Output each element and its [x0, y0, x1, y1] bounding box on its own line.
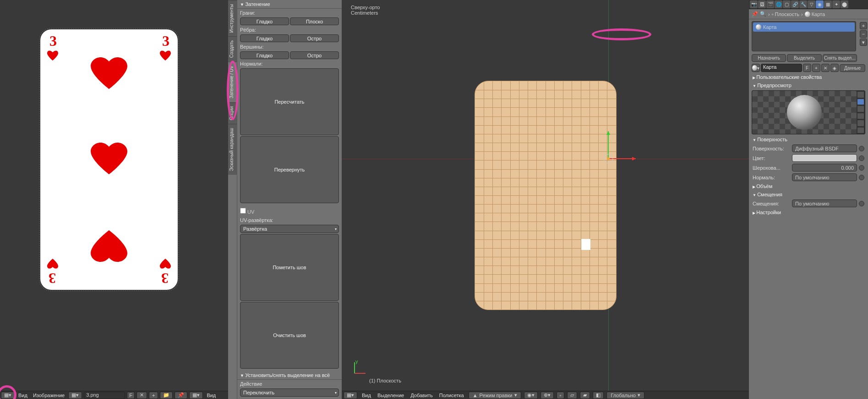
tab-grease-pencil[interactable]: Эскизный карандаш — [228, 124, 237, 175]
mark-seam-button[interactable]: Пометить шов — [240, 234, 339, 301]
viewport-shading[interactable]: ◉▾ — [524, 392, 538, 399]
material-slot-menu-button[interactable]: ▾ — [860, 39, 867, 46]
action-dropdown[interactable]: Переключить — [240, 388, 339, 397]
menu-view[interactable]: Вид — [360, 393, 373, 398]
node-socket-icon[interactable] — [859, 201, 864, 206]
unlink-button[interactable]: ✕ — [136, 392, 147, 399]
assign-button[interactable]: Назначить — [752, 54, 786, 62]
recalc-normals-button[interactable]: Пересчитать — [240, 68, 339, 135]
node-toggle-button[interactable]: ◈ — [830, 64, 839, 72]
texture-tab-icon[interactable]: ▦ — [824, 0, 832, 8]
editor-type-dropdown[interactable]: ▦▾ — [344, 392, 357, 399]
displacement-section[interactable]: Смещения — [749, 190, 868, 199]
modifiers-tab-icon[interactable]: 🔧 — [799, 0, 807, 8]
faces-flat-button[interactable]: Плоско — [290, 17, 339, 25]
edge-select-mode[interactable]: ▱ — [567, 392, 577, 399]
search-icon[interactable]: 🔍 — [760, 11, 766, 17]
object-tab-icon[interactable]: ▢ — [783, 0, 791, 8]
scene-tab-icon[interactable]: 🎬 — [766, 0, 774, 8]
material-slot-list[interactable]: Карта — [752, 21, 856, 51]
menu-add[interactable]: Добавить — [409, 393, 435, 398]
vertex-select-mode[interactable]: ▫ — [557, 392, 565, 399]
faces-smooth-button[interactable]: Гладко — [240, 17, 289, 25]
flip-normals-button[interactable]: Перевернуть — [240, 136, 339, 203]
node-socket-icon[interactable] — [859, 146, 864, 151]
tab-tools[interactable]: Инструменты — [228, 0, 237, 36]
mode-dropdown[interactable]: ▲Режим правки▾ — [469, 392, 521, 399]
preview-cube-button[interactable] — [857, 105, 864, 112]
material-name-field[interactable]: Карта — [761, 64, 802, 72]
render-layers-tab-icon[interactable]: 🖼 — [758, 0, 766, 8]
menu-view[interactable]: Вид — [16, 393, 29, 398]
material-slot[interactable]: Карта — [753, 22, 855, 32]
orientation-dropdown[interactable]: Глобально▾ — [606, 392, 644, 399]
verts-sharp-button[interactable]: Остро — [290, 51, 339, 59]
constraints-tab-icon[interactable]: 🔗 — [791, 0, 799, 8]
preview-monkey-button[interactable] — [857, 113, 864, 120]
uv-checkbox[interactable] — [240, 208, 246, 214]
node-socket-icon[interactable] — [859, 165, 864, 171]
preview-flat-button[interactable] — [857, 91, 864, 98]
normal-dropdown[interactable]: По умолчанию — [792, 173, 857, 181]
limit-selection[interactable]: ◧ — [593, 392, 604, 399]
clear-seam-button[interactable]: Очистить шов — [240, 302, 339, 369]
fake-user-button[interactable]: F — [127, 392, 135, 399]
editor-type-dropdown[interactable]: ▦▾ — [1, 392, 15, 399]
data-tab-icon[interactable]: ▽ — [808, 0, 815, 8]
material-browse-button[interactable]: ▾ — [752, 64, 760, 72]
roughness-field[interactable]: 0.000 — [792, 164, 857, 172]
custom-props-section[interactable]: Пользовательские свойства — [749, 73, 868, 81]
select-all-panel-header[interactable]: Установить/снять выделение на всё — [237, 371, 342, 380]
displacement-dropdown[interactable]: По умолчанию — [792, 200, 857, 207]
surface-section[interactable]: Поверхность — [749, 135, 868, 144]
preview-sphere-button[interactable] — [857, 99, 864, 105]
world-tab-icon[interactable]: 🌐 — [775, 0, 782, 8]
mesh-plane[interactable] — [475, 81, 617, 310]
unwrap-dropdown[interactable]: Развёртка — [240, 225, 339, 233]
new-material-button[interactable]: + — [812, 64, 820, 72]
tab-create[interactable]: Создать — [228, 36, 237, 61]
viewport-canvas[interactable]: Сверху-орто Centimeters y (1) Плоскость — [342, 0, 749, 391]
preview-world-button[interactable] — [857, 127, 864, 134]
add-material-slot-button[interactable]: + — [860, 22, 867, 29]
particles-tab-icon[interactable]: ✦ — [832, 0, 840, 8]
shading-panel-header[interactable]: Затенение — [237, 0, 342, 9]
preview-section[interactable]: Предпросмотр — [749, 81, 868, 89]
select-button[interactable]: Выделить — [787, 54, 821, 62]
image-name-field[interactable]: 3.png — [84, 392, 125, 399]
menu-view2[interactable]: Вид — [205, 393, 218, 398]
render-tab-icon[interactable]: 📷 — [750, 0, 758, 8]
edges-smooth-button[interactable]: Гладко — [240, 34, 289, 42]
face-select-mode[interactable]: ▰ — [580, 392, 590, 399]
menu-image[interactable]: Изображение — [31, 393, 66, 398]
editor-type2-dropdown[interactable]: ▦▾ — [189, 392, 203, 399]
surface-shader-dropdown[interactable]: Диффузный BSDF — [792, 144, 857, 152]
pin-button[interactable]: 📌 — [175, 392, 187, 399]
tab-shading-uv[interactable]: Затенение / UV — [228, 61, 237, 102]
breadcrumb-material[interactable]: Карта — [805, 11, 825, 17]
menu-select[interactable]: Выделение — [376, 393, 406, 398]
unlink-material-button[interactable]: ✕ — [821, 64, 830, 72]
color-picker[interactable] — [792, 154, 857, 162]
pivot-dropdown[interactable]: ⊕▾ — [540, 392, 554, 399]
volume-section[interactable]: Объём — [749, 182, 868, 190]
deselect-button[interactable]: Снять выдел... — [823, 54, 857, 62]
remove-material-slot-button[interactable]: − — [860, 30, 867, 38]
uv-canvas[interactable]: 3 3 3 3 — [0, 0, 228, 391]
tab-options[interactable]: Опции — [228, 102, 237, 124]
verts-smooth-button[interactable]: Гладко — [240, 51, 289, 59]
settings-section[interactable]: Настройки — [749, 208, 868, 216]
preview-hair-button[interactable] — [857, 120, 864, 127]
open-button[interactable]: 📁 — [160, 392, 173, 399]
image-browse[interactable]: ▦▾ — [68, 392, 82, 399]
breadcrumb-object[interactable]: ▫ Плоскость — [772, 11, 799, 17]
edges-sharp-button[interactable]: Остро — [290, 34, 339, 42]
pin-icon[interactable]: 📌 — [752, 11, 758, 17]
physics-tab-icon[interactable]: ⬤ — [841, 0, 848, 8]
data-button[interactable]: Данные — [840, 64, 865, 72]
menu-mesh[interactable]: Полисетка — [437, 393, 466, 398]
node-socket-icon[interactable] — [859, 155, 864, 161]
fake-user-button[interactable]: F — [803, 64, 811, 72]
material-tab-icon[interactable]: ◉ — [816, 0, 824, 8]
node-socket-icon[interactable] — [859, 175, 864, 180]
